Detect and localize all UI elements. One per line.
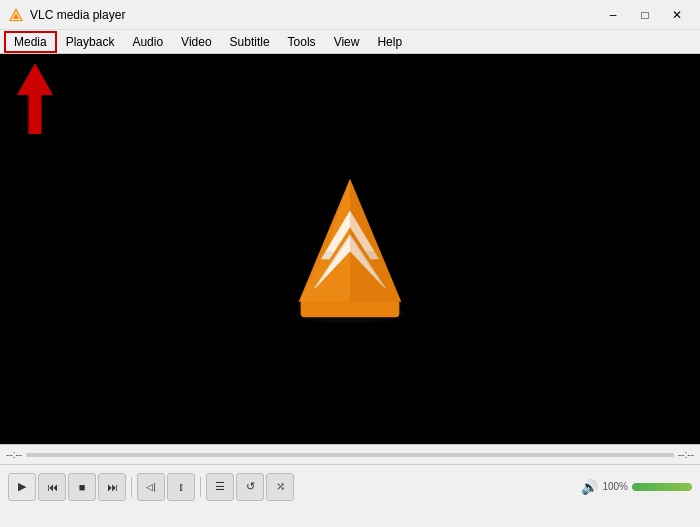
vlc-cone-main [285,174,415,324]
svg-rect-20 [301,300,400,317]
video-area[interactable] [0,54,700,444]
separator-1 [131,477,132,497]
next-button[interactable]: ⏭ [98,473,126,501]
prev-button[interactable]: ⏮ [38,473,66,501]
loop-button[interactable]: ↺ [236,473,264,501]
volume-icon[interactable]: 🔊 [581,479,598,495]
extras-button[interactable]: ⫿ [167,473,195,501]
volume-fill [632,483,692,491]
volume-percent: 100% [602,481,628,492]
app-icon [8,7,24,23]
menu-item-subtitle[interactable]: Subtitle [221,31,279,53]
maximize-button[interactable]: □ [630,5,660,25]
svg-marker-3 [18,64,53,134]
minimize-button[interactable]: – [598,5,628,25]
svg-marker-21 [350,179,401,302]
separator-2 [200,477,201,497]
menu-item-tools[interactable]: Tools [279,31,325,53]
red-arrow-annotation [10,64,60,134]
menu-bar: Media Playback Audio Video Subtitle Tool… [0,30,700,54]
play-button[interactable]: ▶ [8,473,36,501]
menu-item-audio[interactable]: Audio [123,31,172,53]
volume-area: 🔊 100% [581,479,692,495]
close-button[interactable]: ✕ [662,5,692,25]
seek-bar[interactable] [26,453,674,457]
playlist-button[interactable]: ☰ [206,473,234,501]
window-title: VLC media player [30,8,598,22]
random-button[interactable]: ⤮ [266,473,294,501]
progress-area: --:-- --:-- [0,444,700,464]
controls-area: ▶ ⏮ ■ ⏭ ◁| ⫿ ☰ ↺ ⤮ 🔊 100% [0,464,700,508]
time-elapsed: --:-- [6,449,22,460]
frame-back-button[interactable]: ◁| [137,473,165,501]
window-controls: – □ ✕ [598,5,692,25]
menu-item-view[interactable]: View [325,31,369,53]
menu-item-help[interactable]: Help [368,31,411,53]
stop-button[interactable]: ■ [68,473,96,501]
title-bar: VLC media player – □ ✕ [0,0,700,30]
menu-item-media[interactable]: Media [4,31,57,53]
volume-slider[interactable] [632,483,692,491]
time-remaining: --:-- [678,449,694,460]
menu-item-video[interactable]: Video [172,31,220,53]
menu-item-playback[interactable]: Playback [57,31,124,53]
